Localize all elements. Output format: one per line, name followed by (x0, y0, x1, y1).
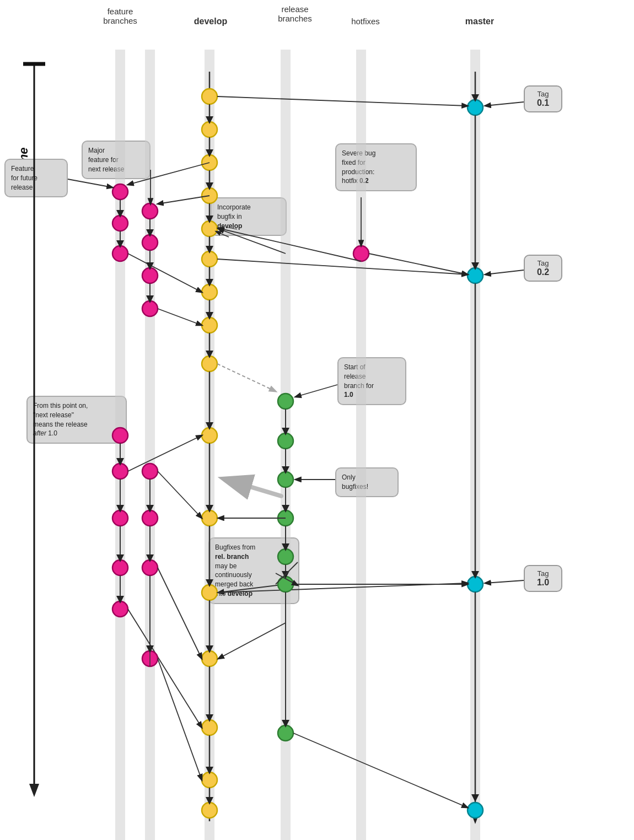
svg-point-28 (202, 317, 217, 333)
svg-line-59 (158, 309, 202, 325)
svg-point-34 (202, 585, 217, 600)
svg-point-23 (202, 221, 217, 236)
svg-point-44 (112, 216, 128, 231)
svg-point-58 (142, 301, 158, 316)
svg-point-60 (142, 464, 158, 479)
svg-point-51 (112, 601, 128, 617)
svg-point-29 (202, 356, 217, 371)
svg-point-69 (278, 394, 293, 409)
svg-point-70 (278, 433, 293, 449)
svg-point-81 (353, 246, 369, 261)
svg-line-64 (158, 568, 202, 659)
svg-point-49 (112, 510, 128, 526)
svg-point-56 (142, 235, 158, 250)
svg-point-38 (202, 803, 217, 818)
svg-point-45 (112, 246, 128, 261)
svg-line-42 (128, 163, 209, 185)
svg-point-61 (142, 510, 158, 526)
svg-line-77 (293, 733, 468, 807)
svg-point-35 (202, 651, 217, 666)
svg-point-11 (468, 100, 483, 115)
svg-line-40 (218, 623, 286, 659)
svg-point-36 (202, 720, 217, 735)
svg-line-46 (128, 254, 202, 292)
svg-line-52 (128, 609, 202, 728)
svg-point-33 (202, 510, 217, 526)
svg-line-19 (217, 96, 468, 106)
svg-point-25 (202, 251, 217, 267)
svg-point-14 (468, 803, 483, 818)
svg-point-71 (278, 472, 293, 487)
svg-point-31 (202, 428, 217, 443)
svg-point-57 (142, 268, 158, 283)
svg-line-67 (68, 179, 112, 187)
svg-line-15 (485, 102, 524, 106)
svg-line-63 (158, 471, 202, 518)
svg-point-18 (202, 89, 217, 104)
svg-line-32 (226, 480, 281, 496)
svg-line-78 (295, 385, 337, 397)
svg-point-37 (202, 772, 217, 788)
svg-point-55 (142, 203, 158, 219)
svg-point-27 (202, 284, 217, 300)
svg-point-43 (112, 184, 128, 200)
svg-line-30 (217, 364, 276, 391)
svg-point-12 (468, 268, 483, 283)
svg-line-17 (485, 580, 524, 583)
svg-line-53 (128, 435, 202, 471)
svg-line-85 (226, 227, 237, 229)
svg-point-20 (202, 122, 217, 137)
svg-line-66 (158, 659, 202, 780)
svg-point-62 (142, 560, 158, 575)
svg-line-16 (485, 270, 524, 274)
svg-point-47 (112, 428, 128, 443)
svg-point-76 (278, 725, 293, 741)
flow-svg (0, 0, 634, 840)
svg-point-73 (278, 549, 293, 564)
svg-point-50 (112, 560, 128, 575)
svg-line-54 (158, 196, 209, 204)
svg-point-48 (112, 464, 128, 479)
svg-point-13 (468, 577, 483, 592)
git-flow-diagram: featurebranches develop releasebranches … (0, 0, 634, 840)
